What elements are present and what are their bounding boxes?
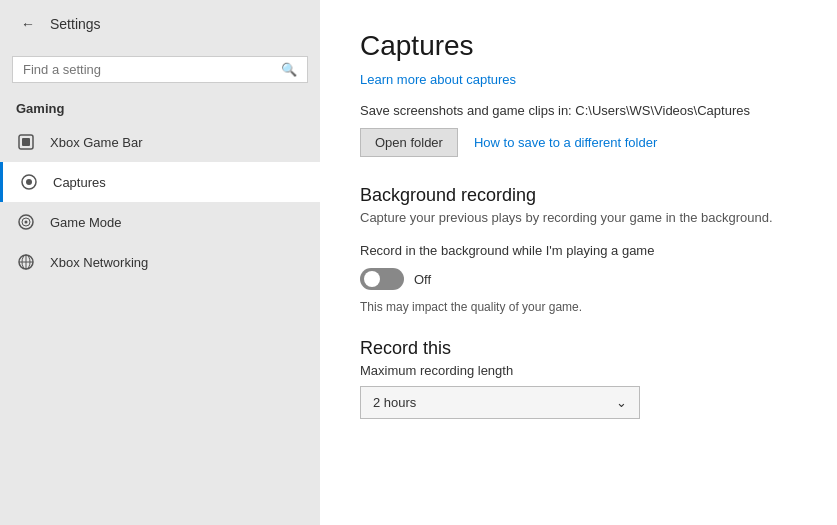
sidebar-item-captures-label: Captures	[53, 175, 106, 190]
toggle-state-text: Off	[414, 272, 431, 287]
svg-point-6	[25, 221, 28, 224]
save-path-text: Save screenshots and game clips in: C:\U…	[360, 103, 797, 118]
sidebar-item-xbox-game-bar[interactable]: Xbox Game Bar	[0, 122, 320, 162]
svg-point-3	[26, 179, 32, 185]
search-icon: 🔍	[281, 62, 297, 77]
folder-actions-row: Open folder How to save to a different f…	[360, 128, 797, 157]
background-record-toggle-row: Off	[360, 268, 797, 290]
back-button[interactable]: ←	[16, 12, 40, 36]
chevron-down-icon: ⌄	[616, 395, 627, 410]
sidebar-item-xbox-networking-label: Xbox Networking	[50, 255, 148, 270]
settings-title: Settings	[50, 16, 101, 32]
max-length-label: Maximum recording length	[360, 363, 797, 378]
main-content: Captures Learn more about captures Save …	[320, 0, 837, 525]
captures-icon	[19, 172, 39, 192]
record-this-title: Record this	[360, 338, 797, 359]
sidebar: ← Settings 🔍 Gaming Xbox Game Bar Captur…	[0, 0, 320, 525]
svg-rect-1	[22, 138, 30, 146]
gaming-section-label: Gaming	[0, 91, 320, 122]
save-to-different-folder-link[interactable]: How to save to a different folder	[474, 135, 657, 150]
background-recording-title: Background recording	[360, 185, 797, 206]
recording-length-dropdown[interactable]: 2 hours ⌄	[360, 386, 640, 419]
sidebar-header: ← Settings	[0, 0, 320, 48]
sidebar-item-xbox-game-bar-label: Xbox Game Bar	[50, 135, 143, 150]
sidebar-item-game-mode[interactable]: Game Mode	[0, 202, 320, 242]
sidebar-item-xbox-networking[interactable]: Xbox Networking	[0, 242, 320, 282]
search-input[interactable]	[23, 62, 273, 77]
xbox-networking-icon	[16, 252, 36, 272]
sidebar-item-captures[interactable]: Captures	[0, 162, 320, 202]
sidebar-item-game-mode-label: Game Mode	[50, 215, 122, 230]
toggle-knob	[364, 271, 380, 287]
toggle-label: Record in the background while I'm playi…	[360, 243, 797, 258]
impact-note: This may impact the quality of your game…	[360, 300, 797, 314]
background-recording-desc: Capture your previous plays by recording…	[360, 210, 797, 225]
game-mode-icon	[16, 212, 36, 232]
dropdown-selected-value: 2 hours	[373, 395, 416, 410]
learn-more-link[interactable]: Learn more about captures	[360, 72, 516, 87]
open-folder-button[interactable]: Open folder	[360, 128, 458, 157]
search-box[interactable]: 🔍	[12, 56, 308, 83]
xbox-game-bar-icon	[16, 132, 36, 152]
page-title: Captures	[360, 30, 797, 62]
background-record-toggle[interactable]	[360, 268, 404, 290]
